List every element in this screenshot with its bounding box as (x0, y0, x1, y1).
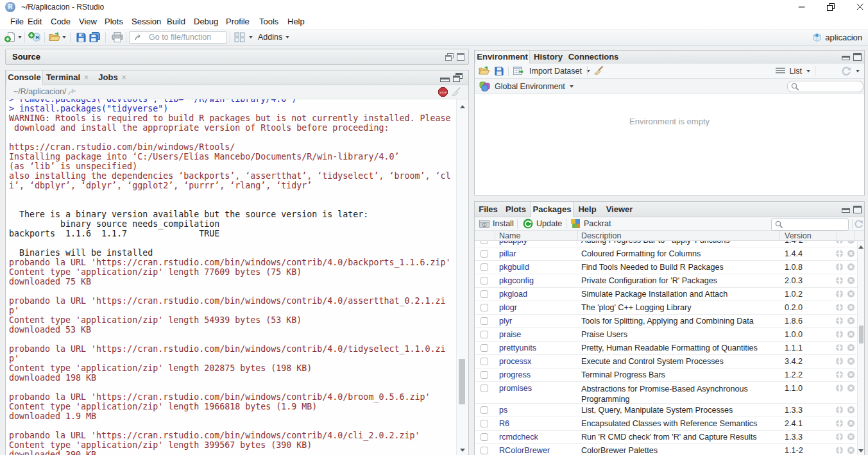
package-checkbox[interactable] (481, 277, 488, 285)
column-header-name[interactable]: Name (499, 231, 520, 240)
refresh-environment-button[interactable] (841, 63, 860, 78)
panes-layout-dropdown[interactable] (249, 29, 253, 45)
project-menu-button[interactable]: R aplicacion (812, 29, 862, 45)
package-website-globe-icon[interactable] (836, 371, 843, 380)
tab-files[interactable]: Files (475, 202, 502, 217)
package-remove-icon[interactable] (847, 277, 855, 286)
package-name-link[interactable]: pkgload (499, 288, 527, 301)
menu-edit[interactable]: Edit (28, 14, 42, 29)
environment-scope-dropdown[interactable]: Global Environment (479, 79, 574, 94)
scroll-down-icon[interactable] (858, 449, 864, 452)
menu-debug[interactable]: Debug (194, 14, 218, 29)
console-output[interactable]: > remove.packages("devtools", lib="~/R/w… (6, 99, 456, 455)
package-remove-icon[interactable] (847, 433, 855, 442)
package-checkbox[interactable] (481, 433, 488, 441)
package-website-globe-icon[interactable] (836, 304, 843, 313)
package-checkbox[interactable] (481, 358, 488, 365)
clear-console-broom-icon[interactable] (450, 87, 461, 97)
package-name-link[interactable]: progress (499, 368, 531, 381)
column-header-version[interactable]: Version (785, 231, 812, 240)
minimize-pane-icon[interactable] (842, 206, 850, 213)
package-checkbox[interactable] (481, 420, 488, 427)
minimize-pane-icon[interactable] (440, 74, 450, 82)
package-remove-icon[interactable] (847, 385, 855, 393)
tab-console[interactable]: Console (6, 70, 43, 85)
goto-file-search[interactable]: Go to file/function (129, 31, 227, 44)
package-name-link[interactable]: processx (499, 355, 531, 368)
refresh-packages-button[interactable] (854, 217, 864, 230)
save-workspace-button[interactable] (495, 63, 504, 78)
maximize-pane-icon[interactable] (453, 73, 463, 82)
packages-scrollbar-thumb[interactable] (859, 326, 864, 343)
package-website-globe-icon[interactable] (836, 277, 843, 286)
package-remove-icon[interactable] (847, 241, 855, 245)
source-maximize-icon[interactable] (457, 53, 464, 61)
menu-view[interactable]: View (79, 14, 97, 29)
package-checkbox[interactable] (481, 263, 488, 271)
package-checkbox[interactable] (481, 317, 488, 325)
addins-button[interactable]: Addins (258, 29, 282, 45)
new-project-button[interactable]: R (28, 29, 40, 45)
package-website-globe-icon[interactable] (836, 250, 843, 259)
package-checkbox[interactable] (481, 406, 488, 414)
package-checkbox[interactable] (481, 344, 488, 352)
menu-code[interactable]: Code (51, 14, 71, 29)
menu-session[interactable]: Session (132, 14, 161, 29)
menu-tools[interactable]: Tools (259, 14, 278, 29)
package-remove-icon[interactable] (847, 263, 855, 272)
save-button[interactable] (76, 29, 86, 45)
package-remove-icon[interactable] (847, 317, 855, 326)
package-checkbox[interactable] (481, 290, 488, 298)
load-workspace-button[interactable] (479, 63, 490, 78)
package-website-globe-icon[interactable] (836, 433, 843, 442)
package-name-link[interactable]: rcmdcheck (499, 431, 538, 443)
package-name-link[interactable]: plyr (499, 315, 512, 327)
scroll-up-icon[interactable] (858, 245, 864, 249)
package-remove-icon[interactable] (847, 371, 855, 380)
package-name-link[interactable]: praise (499, 328, 521, 341)
package-name-link[interactable]: promises (499, 382, 532, 395)
menu-file[interactable]: File (10, 14, 24, 29)
package-name-link[interactable]: ps (499, 404, 507, 417)
new-file-button[interactable] (4, 29, 15, 45)
source-restore-icon[interactable] (445, 53, 454, 61)
package-checkbox[interactable] (481, 331, 488, 338)
update-button[interactable]: Update (523, 217, 562, 230)
package-remove-icon[interactable] (847, 250, 855, 259)
menu-profile[interactable]: Profile (226, 14, 250, 29)
packrat-button[interactable]: Packrat (570, 217, 611, 230)
package-checkbox[interactable] (481, 385, 488, 392)
package-checkbox[interactable] (481, 304, 488, 311)
package-name-link[interactable]: plogr (499, 301, 517, 314)
tab-connections[interactable]: Connections (566, 51, 620, 63)
scroll-down-icon[interactable] (460, 449, 465, 452)
package-checkbox[interactable] (481, 371, 488, 379)
package-checkbox[interactable] (481, 250, 488, 258)
package-website-globe-icon[interactable] (836, 406, 843, 415)
package-name-link[interactable]: pkgconfig (499, 274, 534, 287)
package-checkbox[interactable] (481, 447, 488, 454)
package-website-globe-icon[interactable] (836, 420, 843, 429)
list-view-button[interactable]: List (776, 63, 810, 78)
scroll-up-icon[interactable] (460, 105, 465, 108)
package-name-link[interactable]: RColorBrewer (499, 444, 550, 455)
install-button[interactable]: Install (479, 217, 514, 230)
package-name-link[interactable]: prettyunits (499, 342, 536, 354)
tab-help[interactable]: Help (574, 202, 601, 217)
panes-layout-button[interactable] (234, 29, 245, 45)
package-website-globe-icon[interactable] (836, 331, 843, 340)
package-website-globe-icon[interactable] (836, 358, 843, 367)
package-website-globe-icon[interactable] (836, 241, 843, 245)
goto-directory-icon[interactable] (68, 88, 78, 96)
menu-build[interactable]: Build (167, 14, 185, 29)
package-remove-icon[interactable] (847, 358, 855, 367)
package-name-link[interactable]: pillar (499, 247, 516, 260)
tab-terminal[interactable]: Terminal× (43, 70, 92, 85)
new-file-dropdown[interactable] (18, 29, 22, 45)
menu-help[interactable]: Help (287, 14, 305, 29)
tab-jobs[interactable]: Jobs× (92, 70, 133, 85)
tab-packages[interactable]: Packages (531, 202, 574, 217)
package-website-globe-icon[interactable] (836, 447, 843, 455)
console-scrollbar-thumb[interactable] (459, 359, 465, 404)
minimize-pane-icon[interactable] (842, 53, 850, 60)
